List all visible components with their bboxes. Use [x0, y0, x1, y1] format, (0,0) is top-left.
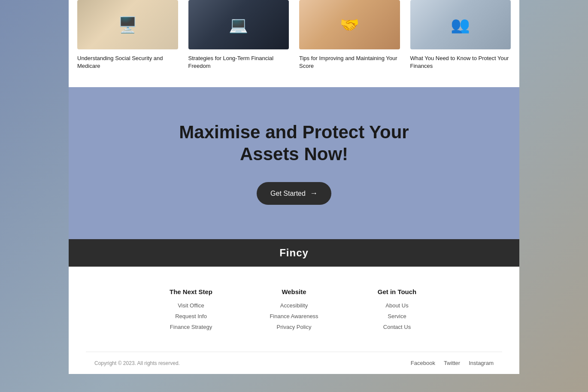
arrow-icon: →	[310, 189, 318, 198]
article-image-3: 🤝	[299, 0, 400, 49]
article-title: Tips for Improving and Maintaining Your …	[299, 55, 400, 70]
article-title: Understanding Social Security and Medica…	[77, 55, 178, 70]
footer-link[interactable]: Visit Office	[144, 302, 238, 309]
brand-name: Fincy	[279, 247, 309, 258]
footer-link[interactable]: Finance Awareness	[247, 313, 341, 319]
footer-link[interactable]: Finance Strategy	[144, 324, 238, 330]
footer-bottom: Copyright © 2023. All rights reserved. F…	[86, 352, 502, 374]
footer-link[interactable]: About Us	[350, 302, 444, 309]
get-started-button[interactable]: Get Started →	[257, 182, 331, 205]
social-link-facebook[interactable]: Facebook	[411, 360, 435, 366]
page-wrapper: 🖥️Understanding Social Security and Medi…	[69, 0, 519, 374]
article-title: Strategies for Long-Term Financial Freed…	[188, 55, 289, 70]
footer-link[interactable]: Accesibility	[247, 302, 341, 309]
footer-column-1: The Next StepVisit OfficeRequest InfoFin…	[144, 288, 238, 334]
footer-link[interactable]: Service	[350, 313, 444, 319]
footer-link[interactable]: Contact Us	[350, 324, 444, 330]
get-started-label: Get Started	[270, 190, 306, 198]
articles-section: 🖥️Understanding Social Security and Medi…	[69, 0, 519, 87]
article-card: 💻Strategies for Long-Term Financial Free…	[188, 0, 289, 70]
cta-section: Maximise and Protect Your Assets Now! Ge…	[69, 87, 519, 239]
cta-heading: Maximise and Protect Your Assets Now!	[165, 122, 423, 165]
article-image-4: 👥	[410, 0, 511, 49]
footer-columns: The Next StepVisit OfficeRequest InfoFin…	[144, 288, 444, 352]
footer-column-heading: Website	[247, 288, 341, 295]
article-card: 👥What You Need to Know to Protect Your F…	[410, 0, 511, 70]
social-link-twitter[interactable]: Twitter	[444, 360, 460, 366]
footer-column-heading: Get in Touch	[350, 288, 444, 295]
footer-column-heading: The Next Step	[144, 288, 238, 295]
footer: The Next StepVisit OfficeRequest InfoFin…	[69, 267, 519, 374]
brand-bar: Fincy	[69, 239, 519, 267]
footer-link[interactable]: Privacy Policy	[247, 324, 341, 330]
article-card: 🖥️Understanding Social Security and Medi…	[77, 0, 178, 70]
copyright-text: Copyright © 2023. All rights reserved.	[94, 360, 180, 366]
article-image-1: 🖥️	[77, 0, 178, 49]
footer-column-2: WebsiteAccesibilityFinance AwarenessPriv…	[247, 288, 341, 334]
articles-grid: 🖥️Understanding Social Security and Medi…	[69, 0, 519, 70]
social-link-instagram[interactable]: Instagram	[469, 360, 494, 366]
footer-link[interactable]: Request Info	[144, 313, 238, 319]
footer-column-3: Get in TouchAbout UsServiceContact Us	[350, 288, 444, 334]
article-card: 🤝Tips for Improving and Maintaining Your…	[299, 0, 400, 70]
article-title: What You Need to Know to Protect Your Fi…	[410, 55, 511, 70]
article-image-2: 💻	[188, 0, 289, 49]
social-links: FacebookTwitterInstagram	[411, 360, 494, 366]
